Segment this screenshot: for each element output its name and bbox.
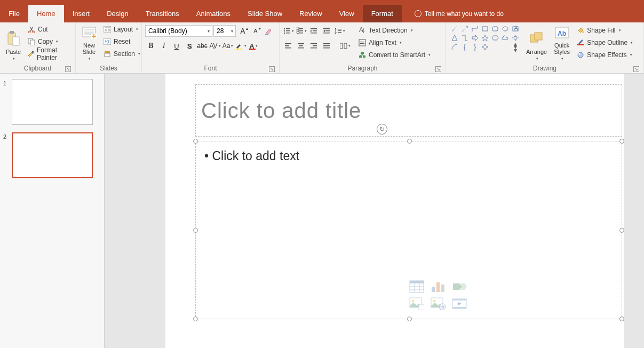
shape-rbrace-icon[interactable]: } <box>471 43 479 51</box>
align-text-button[interactable]: Align Text <box>356 37 432 49</box>
tab-view[interactable]: View <box>331 5 363 22</box>
increase-indent-button[interactable] <box>321 25 333 37</box>
reset-button[interactable]: Reset <box>101 36 142 48</box>
char-spacing-button[interactable]: AV↔ <box>209 40 221 52</box>
tab-slideshow[interactable]: Slide Show <box>239 5 291 22</box>
selection-handle[interactable] <box>407 139 412 144</box>
shape-triangle-icon[interactable] <box>450 34 459 42</box>
convert-smartart-button[interactable]: Convert to SmartArt <box>356 49 432 61</box>
strikethrough-button[interactable]: abc <box>196 40 208 52</box>
tell-me-search[interactable]: Tell me what you want to do <box>402 5 510 22</box>
shape-line-icon[interactable] <box>450 25 459 33</box>
paragraph-dialog-launcher[interactable]: ↘ <box>435 66 441 72</box>
tab-design[interactable]: Design <box>98 5 137 22</box>
decrease-indent-button[interactable] <box>308 25 320 37</box>
font-size-combo[interactable]: 28▾ <box>213 25 236 37</box>
svg-point-23 <box>284 30 285 31</box>
shape-outline-button[interactable]: Shape Outline <box>575 37 634 49</box>
text-direction-button[interactable]: AText Direction <box>356 25 432 36</box>
layout-button[interactable]: Layout <box>101 23 142 35</box>
line-spacing-button[interactable] <box>334 25 346 37</box>
shape-elbow2-icon[interactable] <box>460 34 469 42</box>
justify-button[interactable] <box>321 40 333 52</box>
tab-review[interactable]: Review <box>291 5 331 22</box>
selection-handle[interactable] <box>193 139 198 144</box>
smartart-icon <box>358 51 367 59</box>
highlight-button[interactable] <box>235 40 247 52</box>
tab-format[interactable]: Format <box>363 5 402 22</box>
svg-rect-6 <box>30 40 35 45</box>
change-case-button[interactable]: Aa <box>222 40 234 52</box>
content-placeholder[interactable]: • Click to add text <box>195 141 622 319</box>
shape-fill-button[interactable]: Shape Fill <box>575 25 634 36</box>
slide-thumbnail-1[interactable] <box>12 79 93 125</box>
tab-insert[interactable]: Insert <box>64 5 99 22</box>
shape-elbow-icon[interactable] <box>471 25 479 33</box>
insert-smartart-icon[interactable] <box>452 280 468 294</box>
slide-thumbnail-2[interactable] <box>12 132 93 178</box>
svg-rect-41 <box>338 32 341 33</box>
arrange-button[interactable]: Arrange <box>524 23 549 61</box>
align-right-button[interactable] <box>308 40 320 52</box>
shape-roundrect-icon[interactable] <box>491 25 499 33</box>
new-slide-button[interactable]: New Slide <box>79 23 99 61</box>
selection-handle[interactable] <box>619 317 624 321</box>
shape-rightarrow-icon[interactable] <box>471 34 479 42</box>
shape-arrow-icon[interactable] <box>460 25 469 33</box>
clear-formatting-button[interactable] <box>263 25 274 37</box>
copy-button[interactable]: Copy <box>26 36 72 48</box>
quick-styles-button[interactable]: Ab Quick Styles <box>551 23 573 61</box>
cut-button[interactable]: Cut <box>26 23 72 35</box>
grow-font-button[interactable]: A▴ <box>237 25 249 37</box>
align-left-button[interactable] <box>283 40 295 52</box>
shape-rect-icon[interactable] <box>481 25 489 33</box>
insert-online-pictures-icon[interactable] <box>431 297 447 311</box>
tab-home[interactable]: Home <box>28 5 64 22</box>
shadow-button[interactable]: S <box>184 40 195 52</box>
svg-text:3: 3 <box>296 28 300 35</box>
rotate-handle[interactable] <box>377 124 387 135</box>
clipboard-dialog-launcher[interactable]: ↘ <box>65 66 71 72</box>
bullets-button[interactable] <box>283 25 295 37</box>
slide-canvas[interactable]: Click to add title • Click to add text <box>105 74 644 348</box>
tab-transitions[interactable]: Transitions <box>137 5 188 22</box>
font-color-button[interactable]: A <box>248 40 259 52</box>
shapes-more-button[interactable]: ▴▾▾ <box>511 43 520 51</box>
selection-handle[interactable] <box>619 228 624 233</box>
shape-textbox-icon[interactable]: A <box>511 25 520 33</box>
paste-button[interactable]: Paste <box>3 23 23 61</box>
selection-handle[interactable] <box>193 228 198 233</box>
align-center-button[interactable] <box>296 40 307 52</box>
insert-chart-icon[interactable] <box>431 280 447 294</box>
shapes-gallery[interactable]: A { } ▴▾▾ <box>449 23 522 52</box>
insert-video-icon[interactable] <box>452 297 468 311</box>
bold-button[interactable]: B <box>145 40 157 52</box>
title-placeholder[interactable]: Click to add title <box>195 84 622 137</box>
svg-point-81 <box>578 52 583 58</box>
columns-button[interactable] <box>339 40 351 52</box>
tab-file[interactable]: File <box>0 5 28 22</box>
insert-table-icon[interactable] <box>409 280 425 294</box>
shape-hexagon-icon[interactable] <box>491 34 499 42</box>
shape-lbrace-icon[interactable]: { <box>460 43 469 51</box>
font-name-combo[interactable]: Calibri (Body)▾ <box>145 25 212 37</box>
shape-effects-button[interactable]: Shape Effects <box>575 49 634 61</box>
section-button[interactable]: Section <box>101 48 142 60</box>
shape-star4-icon[interactable] <box>481 43 489 51</box>
selection-handle[interactable] <box>619 139 624 144</box>
shrink-font-button[interactable]: A▾ <box>250 25 261 37</box>
shape-cloud-icon[interactable] <box>501 34 510 42</box>
underline-button[interactable]: U <box>171 40 182 52</box>
font-dialog-launcher[interactable]: ↘ <box>269 66 275 72</box>
shape-star-icon[interactable] <box>481 34 489 42</box>
selection-handle[interactable] <box>407 317 412 321</box>
insert-pictures-icon[interactable] <box>409 297 425 311</box>
italic-button[interactable]: I <box>158 40 170 52</box>
selection-handle[interactable] <box>193 317 198 321</box>
shape-oval-icon[interactable] <box>501 25 510 33</box>
tab-animations[interactable]: Animations <box>188 5 239 22</box>
format-painter-button[interactable]: Format Painter <box>26 48 72 60</box>
drawing-dialog-launcher[interactable]: ↘ <box>633 66 639 72</box>
shape-arc-icon[interactable] <box>450 43 459 51</box>
numbering-button[interactable]: 123 <box>296 25 307 37</box>
